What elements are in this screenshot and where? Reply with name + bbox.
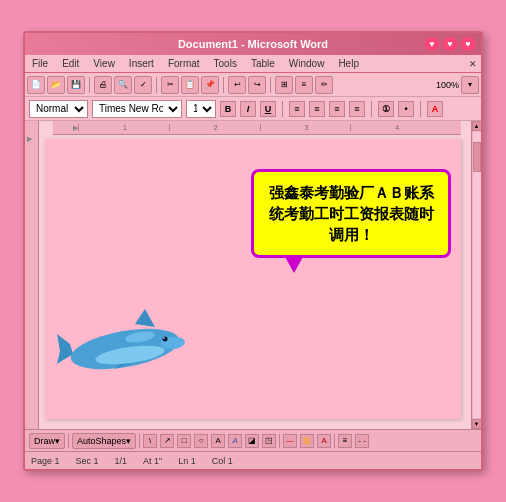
dash-style-tool[interactable]: - - [355, 434, 369, 448]
dolphin-svg [55, 299, 185, 379]
copy-button[interactable]: 📋 [181, 76, 199, 94]
drawing-button[interactable]: ✏ [315, 76, 333, 94]
preview-button[interactable]: 🔍 [114, 76, 132, 94]
scroll-down-button[interactable]: ▼ [472, 419, 482, 429]
menu-help[interactable]: Help [335, 58, 362, 69]
rect-tool[interactable]: □ [177, 434, 191, 448]
redo-button[interactable]: ↪ [248, 76, 266, 94]
draw-toolbar: Draw▾ AutoShapes▾ \ ↗ □ ○ A A ◪ ◳ — ▧ A … [25, 429, 481, 451]
status-bar: Page 1 Sec 1 1/1 At 1" Ln 1 Col 1 [25, 451, 481, 469]
line-style-tool[interactable]: ≡ [338, 434, 352, 448]
toolbar-separator-3 [223, 77, 224, 93]
line-color-tool[interactable]: — [283, 434, 297, 448]
align-center-button[interactable]: ≡ [309, 101, 325, 117]
svg-marker-2 [57, 334, 73, 364]
font-color-button[interactable]: A [427, 101, 443, 117]
wordart-tool[interactable]: A [228, 434, 242, 448]
toolbar-separator-2 [156, 77, 157, 93]
sec-status: Sec 1 [76, 456, 99, 466]
cut-button[interactable]: ✂ [161, 76, 179, 94]
italic-button[interactable]: I [240, 101, 256, 117]
draw-button[interactable]: Draw▾ [29, 433, 65, 449]
speech-bubble-text: 强鑫泰考勤验厂ＡＢ账系统考勤工时工资报表随时调用！ [269, 184, 434, 243]
font-select[interactable]: Times New Roman [92, 100, 182, 118]
dolphin-image [55, 299, 185, 379]
menu-edit[interactable]: Edit [59, 58, 82, 69]
at-status: At 1" [143, 456, 162, 466]
numbering-button[interactable]: ① [378, 101, 394, 117]
spell-button[interactable]: ✓ [134, 76, 152, 94]
maximize-button[interactable]: ♥ [443, 37, 457, 51]
zoom-label: 100% [436, 80, 459, 90]
main-toolbar: 📄 📂 💾 🖨 🔍 ✓ ✂ 📋 📌 ↩ ↪ ⊞ ≡ ✏ 100% ▾ [25, 73, 481, 97]
underline-button[interactable]: U [260, 101, 276, 117]
table-button[interactable]: ⊞ [275, 76, 293, 94]
title-bar: Document1 - Microsoft Word ♥ ♥ ♥ [25, 33, 481, 55]
print-button[interactable]: 🖨 [94, 76, 112, 94]
paste-button[interactable]: 📌 [201, 76, 219, 94]
toolbar-separator-4 [270, 77, 271, 93]
autoshapes-button[interactable]: AutoShapes▾ [72, 433, 136, 449]
document-area: ▶ ▶ 1 2 3 4 强鑫泰考勤验厂ＡＢ账系统考勤工时工资报表随时调用！ [25, 121, 481, 429]
word-window: Document1 - Microsoft Word ♥ ♥ ♥ File Ed… [23, 31, 483, 471]
save-button[interactable]: 💾 [67, 76, 85, 94]
menu-bar: File Edit View Insert Format Tools Table… [25, 55, 481, 73]
textbox-tool[interactable]: A [211, 434, 225, 448]
3d-tool[interactable]: ◳ [262, 434, 276, 448]
menu-file[interactable]: File [29, 58, 51, 69]
arrow-tool[interactable]: ↗ [160, 434, 174, 448]
line-tool[interactable]: \ [143, 434, 157, 448]
size-select[interactable]: 12 [186, 100, 216, 118]
align-right-button[interactable]: ≡ [329, 101, 345, 117]
window-title: Document1 - Microsoft Word [178, 38, 328, 50]
col-status: Col 1 [212, 456, 233, 466]
format-sep-2 [371, 101, 372, 117]
page-area: 强鑫泰考勤验厂ＡＢ账系统考勤工时工资报表随时调用！ [39, 121, 471, 429]
fraction-status: 1/1 [115, 456, 128, 466]
menu-window[interactable]: Window [286, 58, 328, 69]
menu-format[interactable]: Format [165, 58, 203, 69]
draw-sep-3 [279, 434, 280, 448]
draw-label: Draw [34, 436, 55, 446]
close-x[interactable]: ✕ [469, 59, 477, 69]
font-color-tool[interactable]: A [317, 434, 331, 448]
menu-tools[interactable]: Tools [211, 58, 240, 69]
draw-sep-4 [334, 434, 335, 448]
menu-view[interactable]: View [90, 58, 118, 69]
ln-status: Ln 1 [178, 456, 196, 466]
scrollbar-thumb[interactable] [473, 142, 481, 172]
menu-insert[interactable]: Insert [126, 58, 157, 69]
menu-table[interactable]: Table [248, 58, 278, 69]
left-bar-marker: ▶ [27, 135, 32, 143]
shadow-tool[interactable]: ◪ [245, 434, 259, 448]
draw-sep-1 [68, 434, 69, 448]
main-content: ▶ 1 2 3 4 强鑫泰考勤验厂ＡＢ账系统考勤工时工资报表随时调用！ [39, 121, 471, 429]
svg-point-5 [163, 337, 168, 342]
speech-bubble: 强鑫泰考勤验厂ＡＢ账系统考勤工时工资报表随时调用！ [251, 169, 451, 258]
columns-button[interactable]: ≡ [295, 76, 313, 94]
new-button[interactable]: 📄 [27, 76, 45, 94]
fill-color-tool[interactable]: ▧ [300, 434, 314, 448]
open-button[interactable]: 📂 [47, 76, 65, 94]
format-sep-3 [420, 101, 421, 117]
left-bar: ▶ [25, 121, 39, 429]
justify-button[interactable]: ≡ [349, 101, 365, 117]
bullets-button[interactable]: • [398, 101, 414, 117]
autoshapes-label: AutoShapes [77, 436, 126, 446]
format-bar: Normal Times New Roman 12 B I U ≡ ≡ ≡ ≡ … [25, 97, 481, 121]
scrollbar-track[interactable] [473, 132, 481, 418]
undo-button[interactable]: ↩ [228, 76, 246, 94]
svg-point-6 [163, 337, 165, 339]
bold-button[interactable]: B [220, 101, 236, 117]
close-button[interactable]: ♥ [461, 37, 475, 51]
oval-tool[interactable]: ○ [194, 434, 208, 448]
scroll-up-button[interactable]: ▲ [472, 121, 482, 131]
align-left-button[interactable]: ≡ [289, 101, 305, 117]
window-controls: ♥ ♥ ♥ [425, 37, 475, 51]
toolbar-separator-1 [89, 77, 90, 93]
document-page[interactable]: 强鑫泰考勤验厂ＡＢ账系统考勤工时工资报表随时调用！ [45, 139, 461, 419]
minimize-button[interactable]: ♥ [425, 37, 439, 51]
style-select[interactable]: Normal [29, 100, 88, 118]
zoom-control: 100% ▾ [436, 76, 479, 94]
zoom-dropdown[interactable]: ▾ [461, 76, 479, 94]
